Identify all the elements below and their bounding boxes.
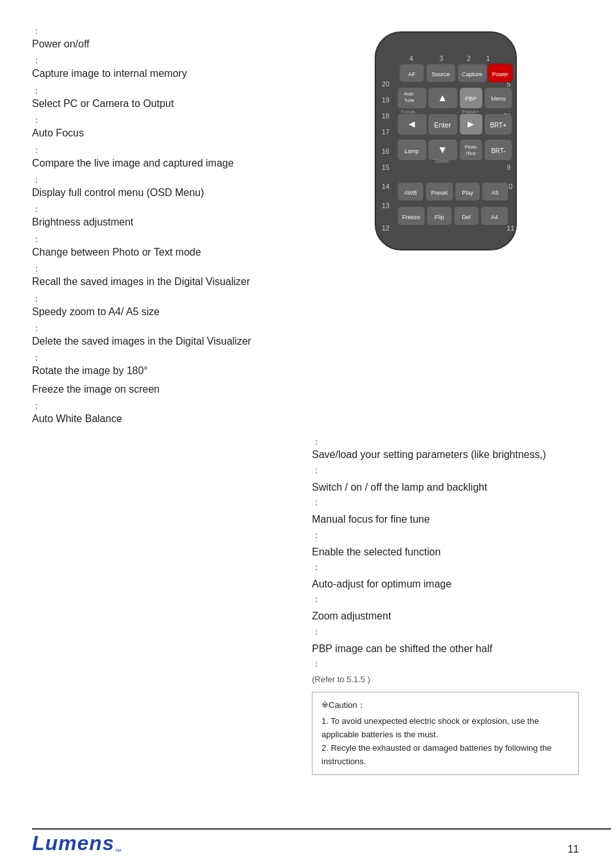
left-item-compare: ：Compare the live image and captured ima… — [32, 145, 299, 170]
svg-text:15: 15 — [382, 163, 389, 171]
svg-text:Power: Power — [492, 71, 509, 78]
svg-text:/Text: /Text — [466, 151, 475, 156]
right-column-remote: 20 19 18 17 16 15 14 13 12 5 6 21 7 8 9 … — [312, 26, 579, 263]
svg-text:Focus-: Focus- — [400, 109, 416, 115]
right-item-pbp: PBP image can be shifted the other half： — [312, 642, 579, 670]
svg-text:Auto: Auto — [404, 92, 414, 96]
left-item-brightness: ：Brightness adjustment — [32, 204, 299, 229]
svg-text:AF: AF — [408, 71, 416, 78]
colon-compare: ： — [32, 145, 299, 156]
right-item-enter: Enable the selected function： — [312, 545, 579, 573]
left-item-del: ：Delete the saved images in the Digital … — [32, 323, 299, 348]
caution-box: ※Caution： 1. To avoid unexpected electri… — [312, 692, 579, 775]
desc-a5: Speedy zoom to A4/ A5 size — [32, 305, 299, 319]
left-item-power: ：Power on/off — [32, 26, 299, 51]
desc-lamp: Switch / on / off the lamp and backlight — [312, 480, 579, 495]
left-item-awb: ：Auto White Balance — [32, 400, 299, 426]
desc-capture: Capture image to internal memory — [32, 67, 299, 81]
svg-text:Source: Source — [431, 71, 450, 78]
lumens-logo: Lumens™ — [32, 831, 122, 855]
colon-autotune: ： — [312, 594, 579, 605]
svg-text:BRT-: BRT- — [491, 147, 505, 154]
svg-text:14: 14 — [382, 183, 389, 190]
right-item-autotune: Auto-adjust for optimum image： — [312, 577, 579, 605]
right-item-focus_fine: Manual focus for fine tune： — [312, 512, 579, 541]
left-item-source: ： Select PC or Camera to Output — [32, 85, 299, 111]
page-number: 11 — [567, 844, 579, 855]
colon-zoom: ： — [312, 626, 579, 638]
svg-text:17: 17 — [382, 128, 389, 136]
page: ：Power on/off：Capture image to internal … — [0, 0, 611, 868]
left-item-phototext: ：Change between Photo or Text mode — [32, 234, 299, 259]
colon-power: ： — [32, 26, 299, 37]
desc-source: Select PC or Camera to Output — [32, 97, 299, 111]
left-item-play: ：Recall the saved images in the Digital … — [32, 263, 299, 289]
svg-text:Lamp: Lamp — [404, 148, 419, 154]
colon-preset: ： — [312, 465, 579, 477]
desc-awb: Auto White Balance — [32, 412, 299, 426]
svg-text:◄: ◄ — [407, 119, 417, 129]
colon-play: ： — [32, 263, 299, 275]
left-item-flip: ：Rotate the image by 180° — [32, 352, 299, 378]
desc-phototext: Change between Photo or Text mode — [32, 245, 299, 259]
bottom-left-column — [32, 436, 299, 775]
colon-enter: ： — [312, 562, 579, 573]
trademark-symbol: ™ — [115, 848, 122, 855]
svg-text:Flip: Flip — [434, 214, 444, 220]
svg-text:▲: ▲ — [437, 92, 448, 103]
svg-rect-54 — [460, 140, 482, 160]
svg-text:Enter: Enter — [434, 121, 451, 129]
svg-text:18: 18 — [382, 112, 389, 120]
svg-text:A4: A4 — [491, 214, 498, 220]
desc-pbp_ref: (Refer to 5.1.5 ) — [312, 674, 579, 685]
top-section: ：Power on/off：Capture image to internal … — [32, 26, 579, 430]
left-item-a5: ：Speedy zoom to A4/ A5 size — [32, 293, 299, 319]
desc-play: Recall the saved images in the Digital V… — [32, 275, 299, 289]
svg-text:Freeze: Freeze — [402, 214, 420, 220]
svg-text:Photo: Photo — [464, 145, 476, 149]
caution-item-1: 1. To avoid unexpected electric shock or… — [322, 715, 569, 742]
svg-text:9: 9 — [507, 163, 510, 171]
desc-power: Power on/off — [32, 37, 299, 51]
desc-menu: Display full control menu (OSD Menu) — [32, 186, 299, 200]
svg-text:4: 4 — [409, 54, 413, 62]
bottom-section: ：Save/load your setting parameters (like… — [32, 436, 579, 775]
svg-text:19: 19 — [382, 96, 389, 104]
svg-text:Preset: Preset — [430, 190, 448, 196]
colon-awb: ： — [32, 400, 299, 412]
caution-title: ※Caution： — [322, 699, 569, 712]
desc-pbp: PBP image can be shifted the other half — [312, 642, 579, 656]
desc-brightness: Brightness adjustment — [32, 215, 299, 229]
colon-brightness: ： — [32, 204, 299, 215]
footer: Lumens™ 11 — [0, 831, 611, 855]
svg-text:Del: Del — [462, 214, 471, 220]
desc-freeze: Freeze the image on screen — [32, 382, 299, 397]
svg-text:Zoom-: Zoom- — [435, 158, 450, 164]
remote-control-image: 20 19 18 17 16 15 14 13 12 5 6 21 7 8 9 … — [363, 26, 529, 263]
svg-text:1: 1 — [486, 54, 490, 62]
left-item-menu: ：Display full control menu (OSD Menu) — [32, 174, 299, 200]
svg-text:11: 11 — [507, 224, 514, 232]
desc-flip: Rotate the image by 180° — [32, 364, 299, 378]
left-item-freeze: Freeze the image on screen — [32, 382, 299, 397]
svg-text:►: ► — [466, 119, 476, 129]
svg-text:3: 3 — [439, 54, 443, 62]
desc-zoom: Zoom adjustment — [312, 609, 579, 623]
svg-text:Capture: Capture — [461, 71, 482, 78]
svg-text:12: 12 — [382, 224, 389, 232]
right-item-lamp: Switch / on / off the lamp and backlight… — [312, 480, 579, 509]
svg-text:Tune: Tune — [404, 98, 414, 102]
svg-text:16: 16 — [382, 147, 389, 155]
colon-flip: ： — [32, 352, 299, 364]
colon-phototext: ： — [32, 234, 299, 245]
desc-compare: Compare the live image and captured imag… — [32, 156, 299, 170]
bottom-right-column: ：Save/load your setting parameters (like… — [312, 436, 579, 775]
lumens-brand-text: Lumens — [32, 831, 115, 855]
svg-text:▼: ▼ — [437, 144, 448, 155]
svg-text:Focus+: Focus+ — [462, 109, 479, 115]
right-header-colon: ： — [312, 436, 579, 448]
svg-text:Menu: Menu — [491, 95, 505, 102]
svg-text:BRT+: BRT+ — [490, 122, 507, 129]
colon-focus_fine: ： — [312, 530, 579, 541]
right-item-preset: Save/load your setting parameters (like … — [312, 448, 579, 476]
